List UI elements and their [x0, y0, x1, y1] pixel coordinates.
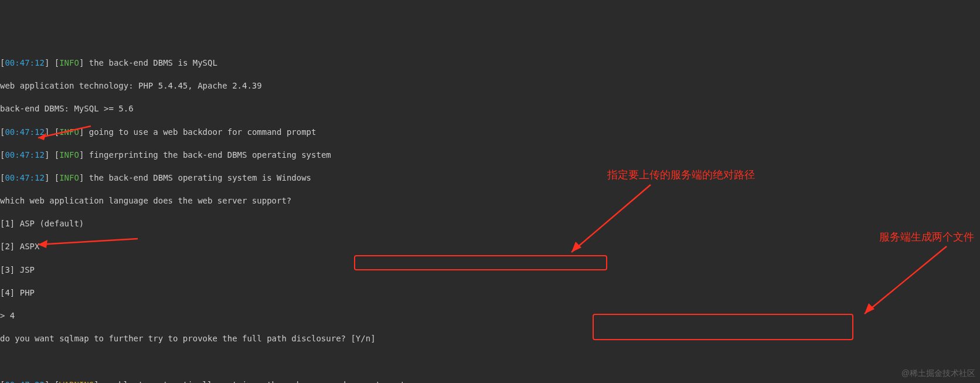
option-4: [4] PHP	[0, 287, 980, 299]
highlight-box-urls	[593, 314, 853, 340]
log-line: [00:47:22] [WARNING] unable to automatic…	[0, 379, 980, 383]
option-2: [2] ASPX	[0, 241, 980, 253]
log-line: [00:47:12] [INFO] the back-end DBMS is M…	[0, 57, 980, 69]
watermark-text: @稀土掘金技术社区	[901, 368, 975, 379]
log-line: [00:47:12] [INFO] the back-end DBMS oper…	[0, 172, 980, 184]
log-line: web application technology: PHP 5.4.45, …	[0, 80, 980, 92]
option-1: [1] ASP (default)	[0, 218, 980, 230]
log-line: back-end DBMS: MySQL >= 5.6	[0, 103, 980, 115]
log-line: [00:47:12] [INFO] fingerprinting the bac…	[0, 150, 980, 161]
annotation-two-files: 服务端生成两个文件	[879, 230, 974, 245]
blank-line	[0, 356, 980, 368]
annotation-upload-path: 指定要上传的服务端的绝对路径	[607, 168, 755, 182]
prompt-question: which web application language does the …	[0, 195, 980, 207]
log-line: [00:47:12] [INFO] going to use a web bac…	[0, 127, 980, 138]
highlight-box-path	[354, 255, 607, 270]
